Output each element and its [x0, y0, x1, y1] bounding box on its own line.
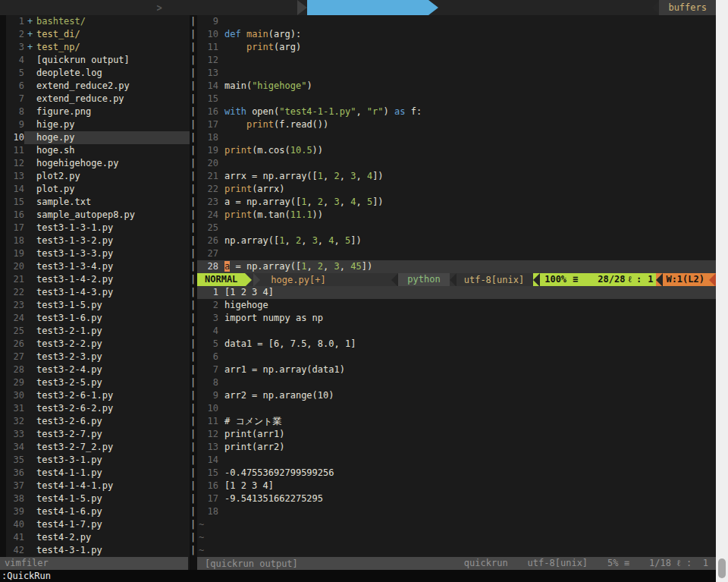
expand-icon[interactable] — [27, 183, 36, 196]
expand-icon[interactable] — [27, 54, 36, 67]
list-item[interactable]: 13 plot2.py — [0, 170, 190, 183]
tab[interactable]: test4-3-2.py — [148, 0, 296, 15]
output-line[interactable]: 13 print(arr2) — [197, 441, 716, 454]
output-line[interactable]: 7 arr1 = np.array(data1) — [197, 363, 716, 376]
code-line[interactable]: 10 def main(arg): — [197, 28, 716, 41]
code-line[interactable]: 11 print(arg) — [197, 41, 716, 54]
expand-icon[interactable] — [27, 415, 36, 428]
code-line[interactable]: 9 — [197, 15, 716, 28]
expand-icon[interactable] — [27, 118, 36, 131]
output-line[interactable]: 3 import numpy as np — [197, 312, 716, 325]
expand-icon[interactable] — [27, 376, 36, 389]
expand-icon[interactable] — [27, 338, 36, 351]
tab[interactable]: test4-3-1.py — [0, 0, 148, 15]
list-item[interactable]: 42 test4-3-1.py — [0, 544, 190, 557]
output-line[interactable]: 18 — [197, 505, 716, 518]
scrollbar-thumb[interactable] — [718, 558, 726, 578]
expand-icon[interactable] — [27, 170, 36, 183]
output-line[interactable]: 10 — [197, 402, 716, 415]
list-item[interactable]: 40 test4-1-7.py — [0, 518, 190, 531]
code-line[interactable]: 26 np.array([1, 2, 3, 4, 5]) — [197, 234, 716, 247]
expand-icon[interactable] — [27, 286, 36, 299]
list-item[interactable]: 24 test3-1-6.py — [0, 312, 190, 325]
list-item[interactable]: 15 sample.txt — [0, 196, 190, 209]
expand-icon[interactable] — [27, 544, 36, 557]
expand-icon[interactable] — [27, 441, 36, 454]
expand-icon[interactable] — [27, 105, 36, 118]
expand-icon[interactable] — [27, 80, 36, 93]
list-item[interactable]: 12 hogehigehoge.py — [0, 157, 190, 170]
expand-icon[interactable] — [27, 131, 36, 144]
expand-icon[interactable] — [27, 480, 36, 492]
window-separator[interactable]: ||||||||||||||||||||||||||||||||||||||||… — [190, 15, 197, 570]
list-item[interactable]: 16 sample_autopep8.py — [0, 209, 190, 222]
output-line[interactable]: 15 -0.47553692799599256 — [197, 467, 716, 480]
expand-icon[interactable] — [27, 428, 36, 441]
list-item[interactable]: 3 +test_np/ — [0, 41, 190, 54]
expand-icon[interactable] — [27, 351, 36, 363]
code-line[interactable]: 28 a = np.array([1, 2, 3, 45]) — [197, 260, 716, 273]
output-line[interactable]: 5 data1 = [6, 7.5, 8.0, 1] — [197, 338, 716, 351]
list-item[interactable]: 31 test3-2-6-2.py — [0, 402, 190, 415]
list-item[interactable]: 11 hoge.sh — [0, 144, 190, 157]
output-line[interactable]: 2 higehoge — [197, 299, 716, 312]
code-line[interactable]: 14 main("higehoge") — [197, 80, 716, 93]
output-line[interactable]: 16 [1 2 3 4] — [197, 480, 716, 492]
output-line[interactable]: 8 — [197, 376, 716, 389]
list-item[interactable]: 41 test4-2.py — [0, 531, 190, 544]
code-line[interactable]: 22 print(arrx) — [197, 183, 716, 196]
list-item[interactable]: 20 test3-1-3-4.py — [0, 260, 190, 273]
expand-icon[interactable] — [27, 234, 36, 247]
list-item[interactable]: 1 +bashtest/ — [0, 15, 190, 28]
scrollbar-track[interactable] — [716, 0, 728, 582]
buffers-button[interactable]: buffers — [659, 0, 716, 15]
list-item[interactable]: 14 plot.py — [0, 183, 190, 196]
expand-icon[interactable] — [27, 260, 36, 273]
code-line[interactable]: 12 — [197, 54, 716, 67]
list-item[interactable]: 21 test3-1-4-2.py — [0, 273, 190, 286]
code-line[interactable]: 15 — [197, 93, 716, 105]
list-item[interactable]: 2 +test_di/ — [0, 28, 190, 41]
list-item[interactable]: 5 deoplete.log — [0, 67, 190, 80]
expand-icon[interactable] — [27, 363, 36, 376]
list-item[interactable]: 27 test3-2-3.py — [0, 351, 190, 363]
list-item[interactable]: 29 test3-2-5.py — [0, 376, 190, 389]
expand-icon[interactable] — [27, 492, 36, 505]
output-line[interactable]: 14 — [197, 454, 716, 467]
code-line[interactable]: 24 print(m.tan(11.1)) — [197, 209, 716, 222]
expand-icon[interactable] — [27, 325, 36, 338]
output-line[interactable]: 11 # コメント業 — [197, 415, 716, 428]
expand-icon[interactable] — [27, 144, 36, 157]
code-line[interactable]: 23 a = np.array([1, 2, 3, 4, 5]) — [197, 196, 716, 209]
list-item[interactable]: 34 test3-2-7_2.py — [0, 441, 190, 454]
expand-icon[interactable]: + — [27, 28, 36, 41]
output-line[interactable]: 9 arr2 = np.arange(10) — [197, 389, 716, 402]
expand-icon[interactable] — [27, 389, 36, 402]
code-line[interactable]: 27 — [197, 247, 716, 260]
list-item[interactable]: 10 hoge.py — [0, 131, 190, 144]
expand-icon[interactable] — [27, 299, 36, 312]
expand-icon[interactable] — [27, 247, 36, 260]
list-item[interactable]: 18 test3-1-3-2.py — [0, 234, 190, 247]
code-line[interactable]: 18 — [197, 131, 716, 144]
list-item[interactable]: 33 test3-2-7.py — [0, 428, 190, 441]
list-item[interactable]: 23 test3-1-5.py — [0, 299, 190, 312]
code-line[interactable]: 16 with open("test4-1-1.py", "r") as f: — [197, 105, 716, 118]
list-item[interactable]: 37 test4-1-4-1.py — [0, 480, 190, 492]
expand-icon[interactable] — [27, 273, 36, 286]
code-line[interactable]: 25 — [197, 222, 716, 234]
list-item[interactable]: 25 test3-2-1.py — [0, 325, 190, 338]
expand-icon[interactable] — [27, 209, 36, 222]
expand-icon[interactable] — [27, 67, 36, 80]
list-item[interactable]: 26 test3-2-2.py — [0, 338, 190, 351]
list-item[interactable]: 30 test3-2-6-1.py — [0, 389, 190, 402]
command-line[interactable]: :QuickRun — [0, 570, 716, 582]
code-line[interactable]: 21 arrx = np.array([1, 2, 3, 4]) — [197, 170, 716, 183]
output-line[interactable]: 12 print(arr1) — [197, 428, 716, 441]
code-line[interactable]: 13 — [197, 67, 716, 80]
expand-icon[interactable] — [27, 222, 36, 234]
output-line[interactable]: 1 [1 2 3 4] — [197, 286, 716, 299]
list-item[interactable]: 6 extend_reduce2.py — [0, 80, 190, 93]
code-line[interactable]: 20 — [197, 157, 716, 170]
expand-icon[interactable] — [27, 531, 36, 544]
